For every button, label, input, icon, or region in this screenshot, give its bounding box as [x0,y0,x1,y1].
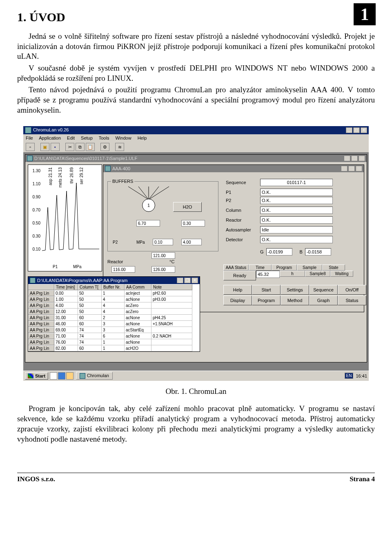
menu-window[interactable]: Window [115,136,131,140]
cell[interactable]: 3 [102,327,125,333]
app-titlebar[interactable]: ChromuLan v0.26 _ □ × [23,126,369,134]
graph-button[interactable]: Graph [309,296,338,305]
menu-setup[interactable]: Setup [81,136,93,140]
cell[interactable] [151,339,192,345]
cell[interactable]: 69.00 [54,327,78,333]
chromatogram-chart[interactable]: 1.30 1.10 0.90 0.70 0.50 0.30 0.10 asp 2… [28,164,102,271]
cell[interactable]: acStartEq [125,327,151,333]
cell[interactable]: 2 [102,315,125,321]
table-row[interactable]: AA Prg Lin71.00746acNone0.2 NAOH [28,333,200,339]
quicklaunch-icon[interactable] [58,372,65,380]
minimize-icon[interactable]: _ [346,127,352,133]
cell[interactable]: 60 [78,321,102,327]
cell[interactable]: 82.00 [54,345,78,351]
table-row[interactable]: AA Prg Lin82.00601acH2O [28,345,200,351]
taskbar-app[interactable]: Chromulan [76,372,113,380]
menu-application[interactable]: Application [39,136,61,140]
cell[interactable]: pH4.25 [151,315,192,321]
close-icon[interactable]: × [356,166,362,171]
maximize-icon[interactable]: □ [353,127,360,133]
table-row[interactable]: AA Prg Lin1.00504acNonepH3.00 [28,296,200,302]
cell[interactable]: 46.00 [54,321,78,327]
minimize-icon[interactable]: _ [177,278,183,283]
program-titlebar[interactable]: D:\ULAN\DATA\Programs\h.AAP:AA Program _… [28,277,200,284]
chart-icon[interactable]: ≋ [115,143,124,151]
minimize-icon[interactable]: _ [341,166,347,171]
cell[interactable]: acZero [125,309,151,315]
cell[interactable]: acNone [125,339,151,345]
menu-edit[interactable]: Edit [67,136,75,140]
new-icon[interactable]: ▫ [26,143,35,151]
menu-help[interactable]: Help [138,136,147,140]
cell[interactable]: acZero [125,302,151,309]
copy-icon[interactable]: ⧉ [76,143,85,151]
cell[interactable]: 4 [102,296,125,302]
start-button[interactable]: Start [252,285,281,295]
table-row[interactable]: AA Prg Lin69.00743acStartEq [28,327,200,333]
cell[interactable]: 0.2 NAOH [151,333,192,339]
status-button[interactable]: Status [338,296,366,305]
quicklaunch-icon[interactable] [66,372,74,380]
menu-tools[interactable]: Tools [99,136,109,140]
cell[interactable]: 3 [102,321,125,327]
cell[interactable]: 0.00 [54,290,78,296]
cell[interactable]: 4.00 [54,302,78,309]
cell[interactable]: 50 [78,302,102,309]
cell[interactable]: pH3.00 [151,296,192,302]
restore-icon[interactable]: ❐ [184,278,191,283]
program-grid[interactable]: Time [min] Column T[ Buffer Nr. AA Comm … [28,284,200,351]
method-button[interactable]: Method [281,296,309,305]
cell[interactable]: 74 [78,333,102,339]
close-icon[interactable]: × [192,278,198,283]
cell[interactable]: acNone [125,296,151,302]
start-button[interactable]: Start [25,372,48,380]
quicklaunch-icon[interactable] [50,372,57,380]
table-row[interactable]: AA Prg Lin0.00501acInjectpH2.60 [28,290,200,296]
open-icon[interactable]: ▣ [40,143,49,151]
cell[interactable] [151,345,192,351]
buffer-selector[interactable]: 1 [142,199,155,212]
cell[interactable]: acNone [125,333,151,339]
help-button[interactable]: Help [223,285,252,295]
display-button[interactable]: Display [223,296,252,305]
cell[interactable]: 60 [78,345,102,351]
cell[interactable]: pH2.60 [151,290,192,296]
sequence-titlebar[interactable]: D:\ULAN\DATA\Sequences\010117-1\Sample1.… [25,155,367,162]
table-row[interactable]: AA Prg Lin4.00504acZero [28,302,200,309]
cell[interactable]: 50 [78,296,102,302]
sequence-button[interactable]: Sequence [309,285,338,295]
table-row[interactable]: AA Prg Lin31.00602acNonepH4.25 [28,315,200,321]
cell[interactable]: 31.00 [54,315,78,321]
cell[interactable]: acNone [125,315,151,321]
aaa-status-value[interactable]: Ready [223,271,256,280]
tool-icon[interactable]: ⚙ [100,143,109,151]
cell[interactable]: +1.5NAOH [151,321,192,327]
close-icon[interactable]: × [359,156,365,161]
taskbar[interactable]: Start Chromulan EN 16:41 [23,371,369,381]
cell[interactable]: 12.00 [54,309,78,315]
cell[interactable]: acInject [125,290,151,296]
program-button[interactable]: Program [252,296,281,305]
cell[interactable]: 1.00 [54,296,78,302]
cell[interactable]: 1 [102,345,125,351]
cell[interactable] [151,302,192,309]
cell[interactable]: 50 [78,290,102,296]
cell[interactable]: 71.00 [54,333,78,339]
settings-button[interactable]: Settings [281,285,309,295]
cell[interactable]: 60 [78,315,102,321]
cell[interactable]: 74 [78,339,102,345]
cell[interactable]: 6 [102,333,125,339]
cell[interactable]: 1 [102,290,125,296]
cell[interactable]: 4 [102,302,125,309]
language-indicator[interactable]: EN [345,373,354,379]
close-icon[interactable]: × [361,127,367,133]
menu-file[interactable]: File [26,136,33,140]
cell[interactable] [151,309,192,315]
save-icon[interactable]: ▪ [51,143,60,151]
cell[interactable]: 4 [102,309,125,315]
restore-icon[interactable]: ❐ [351,156,358,161]
paste-icon[interactable]: 📋 [86,143,95,151]
cell[interactable]: 76.00 [54,339,78,345]
aaa-titlebar[interactable]: AAA-400 _ ❐ × [103,165,364,172]
cell[interactable]: acNone [125,321,151,327]
